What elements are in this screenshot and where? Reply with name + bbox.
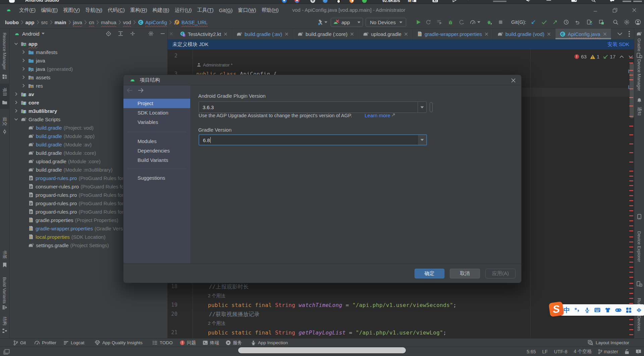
error-stripe-mark[interactable] bbox=[629, 303, 633, 304]
tree-chevron-right-icon[interactable] bbox=[21, 49, 26, 55]
inlay-hint[interactable]: Administrator * bbox=[197, 60, 233, 70]
tool-stripe-device-manager[interactable]: Device Manager bbox=[634, 59, 644, 91]
dialog-nav-sdk-location[interactable]: SDK Location bbox=[123, 108, 190, 118]
tree-chevron-down-icon[interactable] bbox=[13, 41, 19, 46]
tree-item-app[interactable]: app bbox=[9, 40, 167, 48]
git-branch-widget[interactable]: master bbox=[598, 349, 618, 354]
ime-grid-icon[interactable] bbox=[626, 307, 632, 313]
error-stripe-mark[interactable] bbox=[629, 236, 633, 237]
error-stripe-mark[interactable] bbox=[629, 134, 633, 135]
dialog-close-icon[interactable] bbox=[510, 77, 517, 84]
tool-window-button-app-inspection[interactable]: App Inspection bbox=[251, 339, 288, 347]
warning-count[interactable]: 1 bbox=[597, 54, 599, 59]
expand-all-button[interactable] bbox=[118, 31, 123, 36]
inlay-hint[interactable]: 2 个用法 bbox=[208, 292, 225, 301]
error-stripe-mark[interactable] bbox=[629, 215, 633, 216]
info-stripe-mark[interactable] bbox=[628, 70, 629, 73]
error-stripe-mark[interactable] bbox=[629, 57, 633, 58]
dialog-nav-suggestions[interactable]: Suggestions bbox=[123, 173, 190, 183]
error-stripe-mark[interactable] bbox=[629, 152, 633, 153]
dialog-nav-build-variants[interactable]: Build Variants bbox=[123, 155, 190, 165]
tab-ApiConfig.java[interactable]: ApiConfig.java bbox=[555, 29, 611, 39]
tab-close-icon[interactable] bbox=[603, 32, 607, 36]
line-separator-widget[interactable]: LF bbox=[542, 349, 548, 354]
run-configuration-select[interactable]: app bbox=[331, 18, 363, 27]
install-sdk-link[interactable]: 安装 SDK bbox=[607, 41, 629, 48]
error-stripe-mark[interactable] bbox=[629, 252, 633, 253]
ime-robot-icon[interactable] bbox=[636, 307, 642, 313]
menu-E[interactable]: 编辑(E) bbox=[38, 7, 60, 13]
tab-close-icon[interactable] bbox=[547, 32, 551, 36]
tool-stripe-项目[interactable]: 项目 bbox=[0, 86, 9, 98]
tab-build.gradle (:core)[interactable]: build.gradle (:core) bbox=[293, 29, 359, 39]
project-view-selector[interactable]: Android bbox=[22, 31, 40, 37]
breadcrumb-BASE_URL[interactable]: BASE_URL bbox=[174, 19, 208, 25]
error-stripe-mark[interactable] bbox=[629, 143, 633, 144]
tree-item-java[interactable]: java bbox=[9, 56, 167, 65]
account-button[interactable] bbox=[635, 19, 641, 25]
commit-button[interactable] bbox=[541, 20, 547, 25]
error-stripe-mark[interactable] bbox=[629, 298, 633, 299]
error-stripe-mark[interactable] bbox=[629, 220, 633, 221]
tree-chevron-right-icon[interactable] bbox=[13, 100, 19, 105]
tool-window-button-logcat[interactable]: Logcat bbox=[63, 339, 85, 347]
tool-stripe-gradle[interactable]: Gradle bbox=[634, 37, 644, 52]
error-stripe-mark[interactable] bbox=[629, 272, 633, 273]
tree-chevron-right-icon[interactable] bbox=[13, 91, 19, 97]
event-log-icon[interactable] bbox=[636, 349, 641, 354]
breadcrumb-app[interactable]: app bbox=[25, 19, 35, 25]
tab-upload.gradle[interactable]: upload.gradle bbox=[359, 29, 413, 39]
lock-icon[interactable] bbox=[625, 349, 629, 354]
layout-inspector-button[interactable] bbox=[599, 19, 604, 25]
error-stripe-mark[interactable] bbox=[629, 277, 633, 278]
sogou-logo[interactable]: S bbox=[548, 301, 564, 317]
tree-chevron-down-icon[interactable] bbox=[13, 117, 19, 122]
menu-T[interactable]: 工具(T) bbox=[195, 7, 216, 13]
error-stripe-mark[interactable] bbox=[629, 205, 633, 206]
tree-item-java[interactable]: java(generated) bbox=[9, 65, 167, 73]
hide-panel-button[interactable] bbox=[160, 31, 165, 36]
menu-N[interactable]: 导航(N) bbox=[83, 7, 105, 13]
error-stripe-mark[interactable] bbox=[629, 210, 633, 211]
error-stripe-mark[interactable] bbox=[629, 283, 633, 284]
tool-stripe-提交[interactable]: 提交 bbox=[0, 116, 9, 128]
breadcrumb-ApiConfig[interactable]: ApiConfig bbox=[138, 19, 167, 25]
restore-button[interactable] bbox=[605, 4, 625, 16]
error-stripe-mark[interactable] bbox=[629, 162, 633, 163]
tree-chevron-right-icon[interactable] bbox=[21, 75, 26, 80]
build-hammer-button[interactable] bbox=[317, 19, 324, 26]
error-stripe-mark[interactable] bbox=[629, 334, 633, 335]
gradle-version-combo[interactable]: 6.8 bbox=[199, 134, 427, 145]
profiler-dropdown[interactable] bbox=[477, 21, 480, 23]
editor-scrollbar-thumb[interactable] bbox=[630, 63, 634, 118]
tool-stripe-结构[interactable]: 结构 bbox=[0, 315, 9, 327]
error-stripe-mark[interactable] bbox=[629, 176, 633, 177]
select-opened-file-button[interactable] bbox=[106, 31, 111, 37]
rerun-button[interactable] bbox=[426, 19, 431, 25]
back-arrow-icon[interactable] bbox=[127, 88, 132, 93]
dialog-nav-project[interactable]: Project bbox=[123, 99, 190, 108]
forward-arrow-icon[interactable] bbox=[138, 88, 144, 93]
tool-window-button-layout-inspector[interactable]: Layout Inspector bbox=[588, 339, 629, 347]
tree-chevron-right-icon[interactable] bbox=[21, 58, 26, 63]
breadcrumb-mahua[interactable]: mahua bbox=[101, 19, 116, 25]
tool-stripe-通知[interactable]: 通知 bbox=[634, 105, 644, 117]
search-everywhere-button[interactable] bbox=[613, 19, 619, 25]
update-project-button[interactable] bbox=[531, 19, 536, 25]
menu-G[interactable]: Git(G) bbox=[216, 7, 235, 13]
error-stripe-mark[interactable] bbox=[629, 195, 633, 196]
error-stripe-mark[interactable] bbox=[629, 267, 633, 268]
error-stripe-mark[interactable] bbox=[629, 262, 633, 263]
dialog-nav-modules[interactable]: Modules bbox=[123, 137, 190, 146]
tool-window-button-app-quality-insights[interactable]: App Quality Insights bbox=[95, 339, 143, 347]
panel-options-button[interactable] bbox=[148, 31, 154, 36]
dialog-nav-dependencies[interactable]: Dependencies bbox=[123, 146, 190, 155]
breadcrumb-luobo[interactable]: luobo bbox=[5, 19, 19, 25]
tree-item-manifests[interactable]: manifests bbox=[9, 48, 167, 56]
tab-options-kebab-icon[interactable] bbox=[629, 31, 630, 37]
error-stripe-mark[interactable] bbox=[629, 319, 633, 320]
tab-build.gradle (vod)[interactable]: build.gradle (vod) bbox=[493, 29, 555, 39]
error-stripe-mark[interactable] bbox=[629, 247, 633, 248]
close-window-button[interactable] bbox=[625, 4, 644, 16]
device-selector[interactable]: No Devices bbox=[366, 18, 406, 27]
